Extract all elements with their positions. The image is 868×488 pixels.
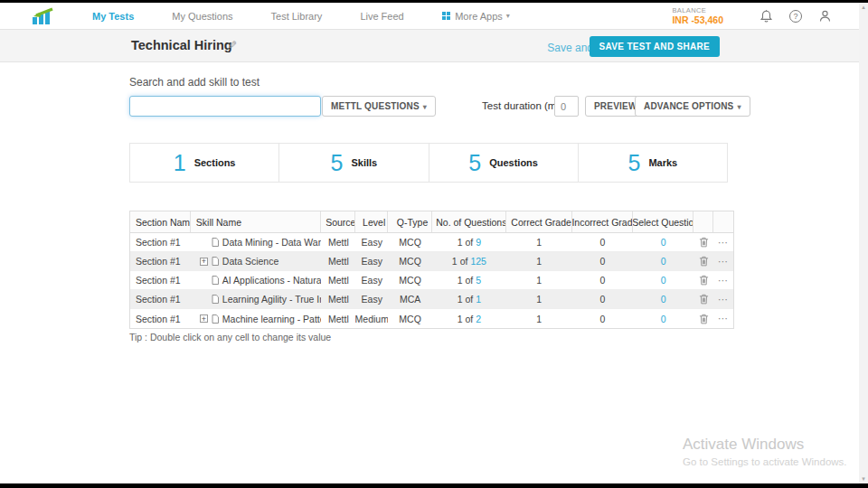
nav-test-library[interactable]: Test Library — [271, 11, 323, 22]
test-summary-stats: 1 Sections 5 Skills 5 Questions 5 Marks — [129, 143, 728, 183]
header-select-question: Select Question — [633, 211, 693, 232]
expand-plus-icon[interactable] — [200, 314, 208, 323]
top-navigation: My Tests My Questions Test Library Live … — [0, 3, 859, 30]
row-more-button[interactable]: ⋯ — [713, 271, 733, 289]
table-header-row: Section Name Skill Name Source Level Q-T… — [130, 211, 733, 233]
cell-select-question[interactable]: 0 — [633, 233, 693, 251]
sections-count: 1 — [174, 150, 186, 176]
vertical-scrollbar[interactable]: ▴ ▾ — [859, 3, 868, 483]
cell-level[interactable]: Easy — [355, 290, 388, 308]
cell-section-name[interactable]: Section #1 — [130, 290, 191, 308]
cell-skill-name[interactable]: Machine learning - Pattern R — [191, 309, 322, 328]
cell-incorrect-grade[interactable]: 0 — [572, 233, 634, 251]
cell-select-question[interactable]: 0 — [633, 271, 693, 289]
cell-incorrect-grade[interactable]: 0 — [572, 309, 634, 328]
cell-source[interactable]: Mettl — [321, 309, 355, 328]
cell-skill-name[interactable]: AI Applications - Natural Lan — [191, 271, 322, 289]
mettl-logo-icon[interactable] — [31, 7, 54, 25]
search-skill-input[interactable] — [129, 96, 321, 117]
test-duration-input[interactable] — [554, 96, 579, 117]
delete-row-button[interactable] — [693, 252, 713, 270]
cell-level[interactable]: Easy — [355, 271, 388, 289]
apps-grid-icon — [442, 12, 451, 21]
stat-marks: 5 Marks — [579, 144, 727, 182]
advance-options-dropdown[interactable]: ADVANCE OPTIONS▾ — [635, 96, 750, 117]
cell-q-type[interactable]: MCA — [388, 290, 432, 308]
cell-no-of-questions[interactable]: 1of1 — [432, 290, 506, 308]
edit-title-pencil-icon[interactable]: ✎ — [228, 39, 237, 52]
nav-live-feed[interactable]: Live Feed — [360, 11, 403, 22]
cell-incorrect-grade[interactable]: 0 — [572, 271, 634, 289]
cell-incorrect-grade[interactable]: 0 — [572, 252, 634, 270]
activate-windows-watermark: Activate Windows Go to Settings to activ… — [683, 436, 847, 467]
help-icon[interactable]: ? — [789, 10, 802, 23]
document-icon — [212, 257, 219, 266]
nav-my-tests[interactable]: My Tests — [92, 11, 134, 22]
table-row[interactable]: Section #1 Learning Agility - True Infor… — [130, 290, 733, 309]
row-more-button[interactable]: ⋯ — [713, 252, 733, 270]
row-more-button[interactable]: ⋯ — [713, 233, 733, 251]
cell-skill-name[interactable]: Data Science — [191, 252, 322, 270]
cell-correct-grade[interactable]: 1 — [506, 309, 572, 328]
cell-skill-name[interactable]: Learning Agility - True Infor — [191, 290, 322, 308]
cell-no-of-questions[interactable]: 1of2 — [432, 309, 506, 328]
cell-section-name[interactable]: Section #1 — [130, 252, 191, 270]
user-profile-icon[interactable] — [818, 9, 832, 23]
cell-level[interactable]: Easy — [355, 252, 388, 270]
cell-source[interactable]: Mettl — [321, 271, 355, 289]
delete-row-button[interactable] — [693, 233, 713, 251]
delete-row-button[interactable] — [693, 271, 713, 289]
expand-plus-icon[interactable] — [200, 258, 208, 266]
cell-level[interactable]: Medium — [355, 309, 388, 328]
delete-row-button[interactable] — [693, 290, 713, 308]
cell-no-of-questions[interactable]: 1of5 — [432, 271, 506, 289]
cell-skill-name[interactable]: Data Mining - Data Warehou — [191, 233, 322, 251]
cell-no-of-questions[interactable]: 1of125 — [432, 252, 506, 270]
cell-level[interactable]: Easy — [355, 233, 388, 251]
cell-select-question[interactable]: 0 — [633, 290, 693, 308]
skills-table: Section Name Skill Name Source Level Q-T… — [129, 211, 734, 329]
more-apps-label: More Apps — [455, 11, 503, 22]
cell-source[interactable]: Mettl — [321, 290, 355, 308]
cell-source[interactable]: Mettl — [321, 233, 355, 251]
skill-name-text: Data Science — [222, 256, 278, 267]
document-icon — [212, 295, 219, 304]
cell-q-type[interactable]: MCQ — [388, 252, 432, 270]
scroll-down-arrow-icon[interactable]: ▾ — [862, 474, 865, 483]
mettl-questions-label: METTL QUESTIONS — [331, 101, 420, 111]
cell-select-question[interactable]: 0 — [633, 252, 693, 270]
cell-section-name[interactable]: Section #1 — [130, 309, 191, 328]
cell-correct-grade[interactable]: 1 — [506, 252, 572, 270]
header-more-column — [713, 211, 733, 232]
table-row[interactable]: Section #1 Machine learning - Pattern R … — [130, 309, 733, 328]
cell-select-question[interactable]: 0 — [633, 309, 693, 328]
table-row[interactable]: Section #1 Data Science Mettl Easy MCQ 1… — [130, 252, 733, 271]
header-no-of-questions: No. of Questions — [432, 211, 506, 232]
search-skill-label: Search and add skill to test — [129, 76, 259, 89]
cell-q-type[interactable]: MCQ — [388, 233, 432, 251]
cell-no-of-questions[interactable]: 1of9 — [432, 233, 506, 251]
notifications-bell-icon[interactable] — [760, 9, 773, 23]
cell-incorrect-grade[interactable]: 0 — [572, 290, 634, 308]
cell-q-type[interactable]: MCQ — [388, 309, 432, 328]
cell-source[interactable]: Mettl — [321, 252, 355, 270]
delete-row-button[interactable] — [693, 309, 713, 328]
mettl-questions-dropdown[interactable]: METTL QUESTIONS▾ — [322, 96, 436, 117]
cell-section-name[interactable]: Section #1 — [130, 233, 191, 251]
nav-right-cluster: BALANCE INR -53,460 ? — [672, 3, 832, 30]
table-row[interactable]: Section #1 Data Mining - Data Warehou Me… — [130, 233, 733, 252]
nav-my-questions[interactable]: My Questions — [172, 11, 232, 22]
table-row[interactable]: Section #1 AI Applications - Natural Lan… — [130, 271, 733, 290]
sections-label: Sections — [194, 157, 236, 168]
scroll-up-arrow-icon[interactable]: ▴ — [862, 3, 865, 12]
cell-correct-grade[interactable]: 1 — [506, 271, 572, 289]
cell-section-name[interactable]: Section #1 — [130, 271, 191, 289]
cell-correct-grade[interactable]: 1 — [506, 233, 572, 251]
cell-correct-grade[interactable]: 1 — [506, 290, 572, 308]
nav-more-apps[interactable]: More Apps ▾ — [442, 11, 510, 22]
cell-q-type[interactable]: MCQ — [388, 271, 432, 289]
header-correct-grade: Correct Grade — [506, 211, 572, 232]
save-test-and-share-button[interactable]: SAVE TEST AND SHARE — [590, 36, 720, 57]
row-more-button[interactable]: ⋯ — [713, 290, 733, 308]
row-more-button[interactable]: ⋯ — [713, 309, 733, 328]
